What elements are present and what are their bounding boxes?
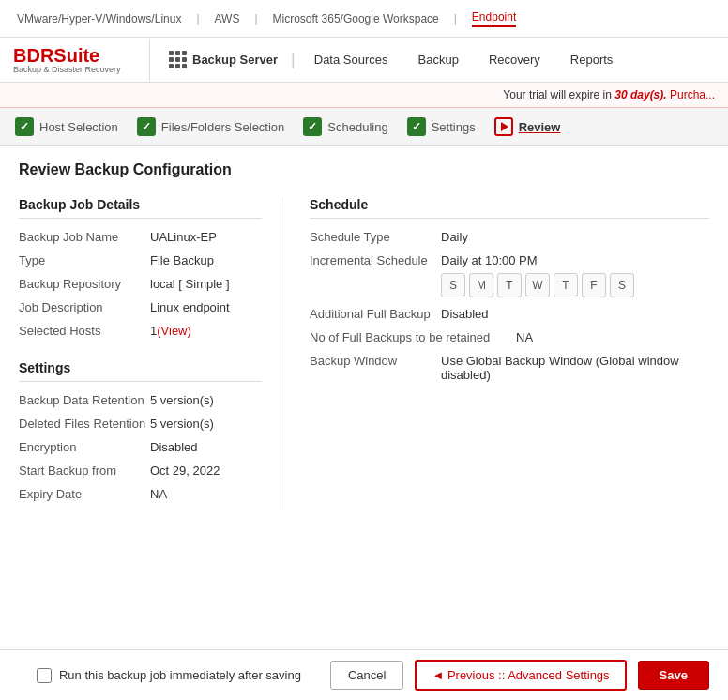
detail-label-expiry: Expiry Date	[19, 487, 150, 501]
detail-label-incremental: Incremental Schedule	[310, 253, 441, 297]
detail-label-desc: Job Description	[19, 300, 150, 314]
detail-value-repo: local [ Simple ]	[150, 277, 262, 291]
logo-section[interactable]: BDRSuite Backup & Disaster Recovery	[0, 38, 150, 82]
detail-value-start-backup: Oct 29, 2022	[150, 464, 262, 478]
logo-brand: BDRSuite	[13, 46, 121, 65]
step-files-selection[interactable]: ✓ Files/Folders Selection	[137, 117, 285, 136]
detail-label-additional-full: Additional Full Backup	[310, 307, 441, 321]
detail-value-encryption: Disabled	[150, 440, 262, 454]
detail-label-job-name: Backup Job Name	[19, 230, 150, 244]
backup-job-section-title: Backup Job Details	[19, 197, 262, 219]
detail-type: Type File Backup	[19, 253, 262, 267]
detail-value-full-retained: NA	[516, 330, 709, 344]
detail-incremental: Incremental Schedule Daily at 10:00 PM S…	[310, 253, 709, 297]
detail-value-type: File Backup	[150, 253, 262, 267]
save-button[interactable]: Save	[638, 661, 709, 690]
detail-value-deleted-retention: 5 version(s)	[150, 417, 262, 431]
nav-recovery[interactable]: Recovery	[474, 39, 555, 80]
backup-job-details-section: Backup Job Details Backup Job Name UALin…	[19, 197, 281, 510]
step-review[interactable]: Review	[494, 117, 561, 136]
trial-prefix: Your trial will expire in	[503, 88, 614, 101]
bottom-bar: Run this backup job immediately after sa…	[0, 649, 728, 700]
detail-backup-window: Backup Window Use Global Backup Window (…	[310, 354, 709, 382]
detail-label-schedule-type: Schedule Type	[310, 230, 441, 244]
detail-repo: Backup Repository local [ Simple ]	[19, 277, 262, 291]
trial-banner: Your trial will expire in 30 day(s). Pur…	[0, 83, 728, 108]
detail-expiry: Expiry Date NA	[19, 487, 262, 501]
schedule-section-title: Schedule	[310, 197, 709, 219]
nav-link-endpoint[interactable]: Endpoint	[472, 10, 516, 27]
nav-link-aws[interactable]: AWS	[215, 12, 240, 25]
step-host-selection[interactable]: ✓ Host Selection	[15, 117, 118, 136]
cal-day-s2: S	[610, 273, 634, 297]
settings-section: Settings Backup Data Retention 5 version…	[19, 360, 262, 501]
nav-divider-1: |	[196, 12, 199, 25]
detail-label-hosts: Selected Hosts	[19, 324, 150, 338]
cal-day-w: W	[525, 273, 550, 297]
detail-desc: Job Description Linux endpoint	[19, 300, 262, 314]
main-nav: Backup Server | Data Sources Backup Reco…	[150, 38, 728, 82]
step-settings[interactable]: ✓ Settings	[407, 117, 476, 136]
detail-label-deleted-retention: Deleted Files Retention	[19, 417, 150, 431]
page-title: Review Backup Configuration	[19, 161, 709, 178]
step-check-4: ✓	[407, 117, 426, 136]
detail-data-retention: Backup Data Retention 5 version(s)	[19, 393, 262, 407]
detail-start-backup: Start Backup from Oct 29, 2022	[19, 464, 262, 478]
step-label-4: Settings	[432, 120, 476, 134]
run-immediately-checkbox[interactable]	[37, 668, 52, 683]
cal-day-m: M	[469, 273, 493, 297]
run-immediately-label: Run this backup job immediately after sa…	[59, 668, 301, 682]
trial-purchase[interactable]: Purcha...	[670, 88, 715, 101]
nav-divider-2: |	[254, 12, 257, 25]
cal-day-f: F	[582, 273, 606, 297]
step-check-3: ✓	[303, 117, 322, 136]
nav-reports[interactable]: Reports	[555, 39, 629, 80]
detail-schedule-type: Schedule Type Daily	[310, 230, 709, 244]
previous-button[interactable]: ◄ Previous :: Advanced Settings	[415, 660, 626, 691]
step-label-1: Host Selection	[39, 120, 118, 134]
detail-job-name: Backup Job Name UALinux-EP	[19, 230, 262, 244]
top-nav: VMware/Hyper-V/Windows/Linux | AWS | Mic…	[0, 0, 728, 38]
detail-value-hosts: 1(View)	[150, 324, 262, 338]
detail-value-additional-full: Disabled	[441, 307, 709, 321]
view-hosts-link[interactable]: (View)	[157, 324, 191, 338]
step-check-2: ✓	[137, 117, 156, 136]
grid-icon	[169, 51, 187, 68]
step-label-3: Scheduling	[327, 120, 387, 134]
nav-backup[interactable]: Backup	[403, 39, 474, 80]
detail-value-job-name: UALinux-EP	[150, 230, 262, 244]
detail-value-data-retention: 5 version(s)	[150, 393, 262, 407]
nav-backup-server[interactable]: Backup Server	[159, 38, 287, 82]
step-label-5: Review	[519, 120, 561, 134]
nav-divider-3: |	[454, 12, 457, 25]
nav-backup-server-label: Backup Server	[192, 53, 278, 67]
detail-label-type: Type	[19, 253, 150, 267]
nav-bar-sep: |	[291, 50, 296, 69]
wizard-steps: ✓ Host Selection ✓ Files/Folders Selecti…	[0, 108, 728, 146]
step-check-1: ✓	[15, 117, 34, 136]
schedule-section: Schedule Schedule Type Daily Incremental…	[281, 197, 709, 510]
detail-value-backup-window: Use Global Backup Window (Global window …	[441, 354, 709, 382]
logo-sub: Backup & Disaster Recovery	[13, 65, 121, 74]
detail-label-encryption: Encryption	[19, 440, 150, 454]
detail-label-data-retention: Backup Data Retention	[19, 393, 150, 407]
nav-data-sources[interactable]: Data Sources	[299, 39, 403, 80]
step-label-2: Files/Folders Selection	[161, 120, 285, 134]
detail-value-expiry: NA	[150, 487, 262, 501]
run-job-row: Run this backup job immediately after sa…	[37, 668, 301, 683]
step-play-icon	[494, 117, 513, 136]
logo-text: BDRSuite Backup & Disaster Recovery	[13, 46, 121, 74]
step-scheduling[interactable]: ✓ Scheduling	[303, 117, 387, 136]
detail-value-desc: Linux endpoint	[150, 300, 262, 314]
cal-day-t2: T	[554, 273, 578, 297]
detail-label-repo: Backup Repository	[19, 277, 150, 291]
nav-link-m365[interactable]: Microsoft 365/Google Workspace	[273, 12, 439, 25]
detail-label-backup-window: Backup Window	[310, 354, 441, 382]
top-nav-links: VMware/Hyper-V/Windows/Linux | AWS | Mic…	[9, 10, 719, 27]
trial-days: 30 day(s).	[614, 88, 666, 101]
nav-link-vmware[interactable]: VMware/Hyper-V/Windows/Linux	[17, 12, 181, 25]
cancel-button[interactable]: Cancel	[330, 661, 403, 690]
cal-day-s1: S	[441, 273, 465, 297]
logo-bar: BDRSuite Backup & Disaster Recovery Back…	[0, 38, 728, 83]
detail-deleted-retention: Deleted Files Retention 5 version(s)	[19, 417, 262, 431]
